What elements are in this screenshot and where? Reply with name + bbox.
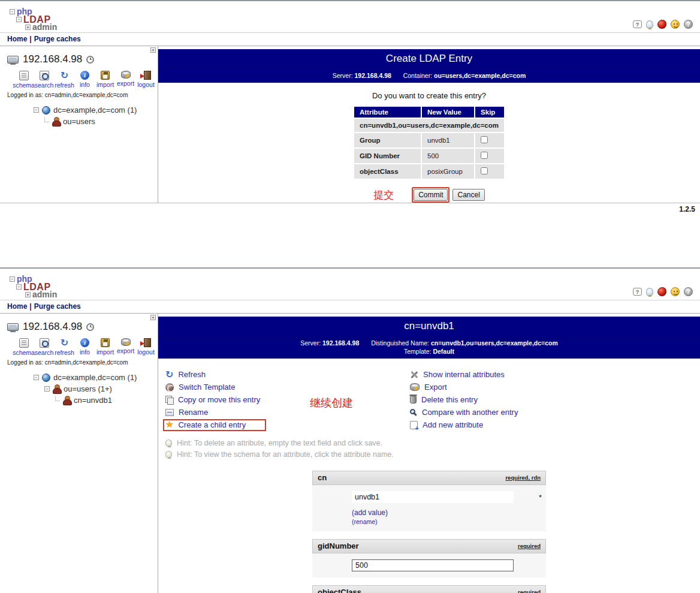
smiley-icon[interactable] — [671, 20, 680, 29]
server-label: Server: — [333, 72, 353, 79]
bulb-icon[interactable] — [646, 288, 653, 296]
screenshot-edit-entry: -php -LDAP +admin ? ? Home|Purge caches … — [0, 267, 700, 593]
masthead: -php -LDAP +admin ? ? — [0, 269, 700, 300]
server-icon — [7, 323, 19, 331]
server-row[interactable]: 192.168.4.98 — [0, 321, 158, 333]
skip-checkbox[interactable] — [481, 152, 488, 159]
skip-checkbox[interactable] — [481, 136, 488, 143]
nav-info[interactable]: iinfo — [76, 71, 94, 89]
logo-admin: admin — [32, 291, 57, 299]
action-create-child[interactable]: ★ Create a child entry — [165, 419, 410, 431]
action-compare[interactable]: Compare with another entry — [410, 406, 518, 419]
nav-schema[interactable]: schema — [14, 71, 33, 89]
nav-import[interactable]: import — [96, 71, 114, 89]
refresh-icon: ↻ — [61, 71, 68, 80]
attribute-flags[interactable]: required — [518, 589, 541, 593]
phpldapadmin-logo: -php -LDAP +admin — [10, 8, 57, 31]
action-menu-left: ↻Refresh Switch Template Copy or move th… — [165, 368, 410, 431]
ldap-tree: - dc=example,dc=com (1) ou=users — [0, 104, 158, 127]
gidnumber-input[interactable] — [352, 559, 514, 571]
info-icon: i — [80, 71, 89, 80]
cancel-button[interactable]: Cancel — [452, 189, 484, 201]
tree-node-base-dn[interactable]: - dc=example,dc=com (1) — [0, 372, 158, 383]
cn-value-input[interactable] — [352, 491, 514, 503]
menu-home-link[interactable]: Home — [7, 35, 27, 43]
export-icon — [410, 383, 420, 391]
server-value: 192.168.4.98 — [355, 72, 391, 79]
attribute-flags[interactable]: required, rdn — [505, 474, 541, 481]
entry-action-menus: ↻Refresh Switch Template Copy or move th… — [158, 359, 700, 432]
server-row[interactable]: 192.168.4.98 — [0, 53, 158, 65]
nav-export[interactable]: export — [116, 338, 135, 356]
nav-search[interactable]: search — [35, 338, 53, 356]
menu-purge-caches-link[interactable]: Purge caches — [34, 302, 81, 311]
action-refresh[interactable]: ↻Refresh — [165, 368, 410, 381]
logout-icon — [144, 71, 151, 80]
page-title: cn=unvdb1 — [158, 317, 700, 336]
node-collapse-icon[interactable]: - — [44, 386, 50, 392]
ldap-tree: - dc=example,dc=com (1) - ou=users (1+) … — [0, 372, 158, 406]
tree-panel: + 192.168.4.98 schema search ↻refresh ii… — [0, 314, 158, 593]
tree-node-ou-users[interactable]: - ou=users (1+) — [0, 383, 158, 395]
import-icon — [101, 338, 110, 347]
container-value: ou=users,dc=example,dc=com — [434, 72, 526, 79]
action-switch-template[interactable]: Switch Template — [165, 381, 410, 393]
question-bubble-icon[interactable]: ? — [633, 20, 642, 28]
bug-icon[interactable] — [657, 20, 666, 29]
attribute-name-link[interactable]: objectClass — [318, 588, 361, 593]
col-attribute: Attribute — [354, 107, 421, 118]
action-delete[interactable]: Delete this entry — [410, 393, 518, 406]
attribute-name-link[interactable]: cn — [318, 473, 327, 482]
bulb-icon[interactable] — [646, 20, 653, 29]
node-collapse-icon[interactable]: - — [34, 107, 39, 113]
top-menubar: Home|Purge caches — [0, 32, 700, 46]
table-row: Group unvdb1 — [354, 133, 504, 148]
logged-in-as: Logged in as: cn=admin,dc=example,dc=com — [0, 92, 158, 98]
tree-node-cn-unvdb1[interactable]: cn=unvdb1 — [0, 395, 158, 406]
masthead-icons: ? ? — [633, 287, 693, 299]
tree-node-ou-users[interactable]: ou=users — [0, 116, 158, 127]
logo-admin: admin — [32, 23, 57, 31]
nav-refresh[interactable]: ↻refresh — [55, 338, 74, 356]
rename-link[interactable]: (rename) — [352, 518, 541, 525]
attribute-flags[interactable]: required — [518, 543, 541, 549]
menu-home-link[interactable]: Home — [7, 302, 27, 311]
action-show-internal[interactable]: Show internal attributes — [410, 368, 518, 381]
help-icon[interactable]: ? — [684, 20, 693, 29]
question-bubble-icon[interactable]: ? — [633, 288, 642, 296]
action-add-attribute[interactable]: Add new attribute — [410, 419, 518, 431]
nav-export[interactable]: export — [116, 71, 135, 89]
masthead: -php -LDAP +admin ? ? — [0, 1, 700, 32]
skip-checkbox[interactable] — [481, 167, 488, 174]
container-label: Container: — [403, 72, 432, 79]
collapse-tree-icon[interactable]: + — [150, 315, 156, 320]
action-export[interactable]: Export — [410, 381, 518, 393]
menu-purge-caches-link[interactable]: Purge caches — [34, 35, 81, 43]
nav-search[interactable]: search — [35, 71, 53, 89]
tree-node-base-dn[interactable]: - dc=example,dc=com (1) — [0, 104, 158, 116]
smiley-icon[interactable] — [671, 287, 680, 296]
nav-refresh[interactable]: ↻refresh — [55, 71, 74, 89]
star-icon: ★ — [165, 420, 173, 429]
add-value-link[interactable]: (add value) — [352, 508, 541, 517]
attr-value: posixGroup — [422, 164, 474, 179]
page-subtitle: Server: 192.168.4.98 Distinguished Name:… — [158, 336, 700, 359]
bug-icon[interactable] — [657, 287, 666, 296]
section-header: gidNumber required — [312, 539, 546, 553]
dn-value: cn=unvdb1,ou=users,dc=example,dc=com — [431, 339, 558, 347]
help-icon[interactable]: ? — [684, 287, 693, 296]
nav-logout[interactable]: logout — [137, 71, 155, 89]
collapse-tree-icon[interactable]: + — [150, 47, 156, 53]
nav-info[interactable]: iinfo — [76, 338, 94, 356]
nav-schema[interactable]: schema — [14, 338, 33, 356]
action-copy-move[interactable]: Copy or move this entry — [165, 393, 410, 406]
action-rename[interactable]: Rename — [165, 406, 410, 419]
hint-bulb-icon — [165, 440, 172, 447]
attribute-name-link[interactable]: gidNumber — [318, 541, 359, 550]
nav-import[interactable]: import — [96, 338, 114, 356]
node-collapse-icon[interactable]: - — [34, 375, 39, 380]
attr-value: unvdb1 — [422, 133, 474, 148]
commit-button[interactable]: Commit — [414, 189, 448, 201]
tree-nav: schema search ↻refresh iinfo import expo… — [0, 71, 158, 89]
nav-logout[interactable]: logout — [137, 338, 155, 356]
